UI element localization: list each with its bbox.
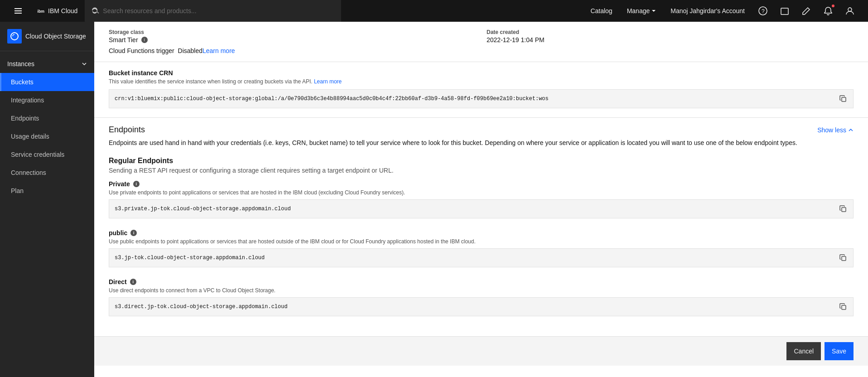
storage-meta-section: Storage class Smart Tier i Cloud Functio… xyxy=(94,22,868,62)
sidebar: Cloud Object Storage Instances Buckets I… xyxy=(0,22,94,377)
svg-rect-7 xyxy=(781,8,788,14)
menu-toggle-button[interactable] xyxy=(7,0,29,22)
svg-rect-2 xyxy=(14,13,22,14)
storage-class-value: Smart Tier i xyxy=(109,36,476,44)
notifications-icon[interactable] xyxy=(817,0,839,22)
direct-endpoint-value: s3.direct.jp-tok.cloud-object-storage.ap… xyxy=(115,304,835,310)
svg-text:ibm: ibm xyxy=(38,9,45,14)
save-button[interactable]: Save xyxy=(825,342,854,360)
svg-rect-10 xyxy=(842,97,846,102)
bucket-crn-title: Bucket instance CRN xyxy=(109,69,854,77)
public-endpoint-group: public i Use public endpoints to point a… xyxy=(109,229,854,267)
bottom-action-bar: Cancel Save xyxy=(94,336,868,366)
direct-endpoint-group: Direct i Use direct endpoints to connect… xyxy=(109,278,854,316)
private-info-icon[interactable]: i xyxy=(133,181,140,187)
cf-learn-more-link[interactable]: Learn more xyxy=(203,47,235,54)
private-endpoint-value: s3.private.jp-tok.cloud-object-storage.a… xyxy=(115,206,835,212)
crn-code-field: crn:v1:bluemix:public:cloud-object-stora… xyxy=(109,89,854,108)
endpoints-description: Endpoints are used hand in hand with you… xyxy=(109,138,854,148)
svg-rect-1 xyxy=(14,10,22,11)
crn-copy-button[interactable] xyxy=(839,94,848,103)
ibm-cloud-brand: ibm IBM Cloud xyxy=(29,6,85,15)
date-created-row: Date created 2022-12-19 1:04 PM xyxy=(487,29,854,54)
sidebar-divider xyxy=(0,51,94,51)
main-content: Storage class Smart Tier i Cloud Functio… xyxy=(94,22,868,377)
brand-label: IBM Cloud xyxy=(48,7,77,14)
direct-endpoint-title: Direct i xyxy=(109,278,854,285)
sidebar-item-usage-details[interactable]: Usage details xyxy=(0,127,94,145)
svg-rect-13 xyxy=(842,305,846,309)
public-copy-button[interactable] xyxy=(839,253,848,262)
app-body: Cloud Object Storage Instances Buckets I… xyxy=(0,22,868,377)
calendar-icon[interactable] xyxy=(774,0,796,22)
user-avatar[interactable] xyxy=(839,0,861,22)
regular-endpoints-group: Regular Endpoints Sending a REST API req… xyxy=(109,157,854,316)
crn-learn-more-link[interactable]: Learn more xyxy=(314,78,342,85)
private-endpoint-group: Private i Use private endpoints to point… xyxy=(109,180,854,218)
public-endpoint-title: public i xyxy=(109,229,854,237)
storage-class-info-icon[interactable]: i xyxy=(141,37,148,43)
sidebar-item-integrations[interactable]: Integrations xyxy=(0,91,94,109)
account-menu[interactable]: Manoj Jahgirdar's Account xyxy=(663,0,752,22)
svg-rect-12 xyxy=(842,256,846,261)
search-icon xyxy=(92,7,99,15)
help-icon[interactable]: ? xyxy=(752,0,774,22)
sidebar-item-endpoints[interactable]: Endpoints xyxy=(0,109,94,127)
cancel-button[interactable]: Cancel xyxy=(786,342,821,360)
catalog-link[interactable]: Catalog xyxy=(583,0,619,22)
cf-trigger-row: Cloud Functions trigger DisabledLearn mo… xyxy=(109,47,476,54)
sidebar-item-buckets[interactable]: Buckets xyxy=(0,73,94,91)
direct-copy-button[interactable] xyxy=(839,302,848,311)
date-created-label: Date created xyxy=(487,29,854,35)
sidebar-item-connections[interactable]: Connections xyxy=(0,164,94,182)
sidebar-brand: Cloud Object Storage xyxy=(0,22,94,47)
svg-text:?: ? xyxy=(762,8,765,14)
private-endpoint-field: s3.private.jp-tok.cloud-object-storage.a… xyxy=(109,199,854,218)
top-nav-links: Catalog Manage xyxy=(583,0,663,22)
top-navigation: ibm IBM Cloud Catalog Manage Manoj Jahgi… xyxy=(0,0,868,22)
show-less-button[interactable]: Show less xyxy=(817,126,854,134)
public-info-icon[interactable]: i xyxy=(130,230,137,236)
private-endpoint-desc: Use private endpoints to point applicati… xyxy=(109,189,854,196)
sidebar-instances-section[interactable]: Instances xyxy=(0,55,94,73)
regular-endpoints-title: Regular Endpoints xyxy=(109,157,854,165)
private-copy-button[interactable] xyxy=(839,204,848,213)
private-endpoint-title: Private i xyxy=(109,180,854,188)
svg-point-9 xyxy=(11,33,18,40)
instances-chevron-icon xyxy=(82,61,87,67)
sidebar-item-service-credentials[interactable]: Service credentials xyxy=(0,145,94,164)
bucket-crn-section: Bucket instance CRN This value identifie… xyxy=(94,62,868,118)
svg-rect-11 xyxy=(842,208,846,212)
direct-endpoint-field: s3.direct.jp-tok.cloud-object-storage.ap… xyxy=(109,297,854,316)
endpoints-title: Endpoints xyxy=(109,125,145,135)
show-less-chevron-icon xyxy=(848,127,854,133)
search-bar[interactable] xyxy=(85,0,341,22)
public-endpoint-value: s3.jp-tok.cloud-object-storage.appdomain… xyxy=(115,255,835,261)
sidebar-item-plan[interactable]: Plan xyxy=(0,182,94,200)
manage-chevron-icon xyxy=(651,9,656,13)
search-input[interactable] xyxy=(103,7,334,14)
svg-rect-0 xyxy=(14,8,22,9)
cloud-object-storage-icon xyxy=(7,29,22,44)
public-endpoint-field: s3.jp-tok.cloud-object-storage.appdomain… xyxy=(109,248,854,267)
endpoints-header: Endpoints Show less xyxy=(109,125,854,135)
manage-link[interactable]: Manage xyxy=(620,0,664,22)
direct-info-icon[interactable]: i xyxy=(130,279,136,285)
public-endpoint-desc: Use public endpoints to point applicatio… xyxy=(109,238,854,245)
bucket-crn-desc: This value identifies the service instan… xyxy=(109,78,854,85)
edit-icon[interactable] xyxy=(796,0,817,22)
storage-class-row: Storage class Smart Tier i Cloud Functio… xyxy=(109,29,476,54)
storage-class-label: Storage class xyxy=(109,29,476,35)
endpoints-section: Endpoints Show less Endpoints are used h… xyxy=(94,118,868,336)
direct-endpoint-desc: Use direct endpoints to connect from a V… xyxy=(109,287,854,294)
regular-endpoints-desc: Sending a REST API request or configurin… xyxy=(109,167,854,174)
date-created-value: 2022-12-19 1:04 PM xyxy=(487,36,854,44)
sidebar-brand-text: Cloud Object Storage xyxy=(25,32,86,40)
notification-badge xyxy=(832,5,834,7)
crn-value: crn:v1:bluemix:public:cloud-object-stora… xyxy=(115,96,835,102)
topnav-actions: ? xyxy=(752,0,861,22)
svg-point-8 xyxy=(848,8,852,11)
